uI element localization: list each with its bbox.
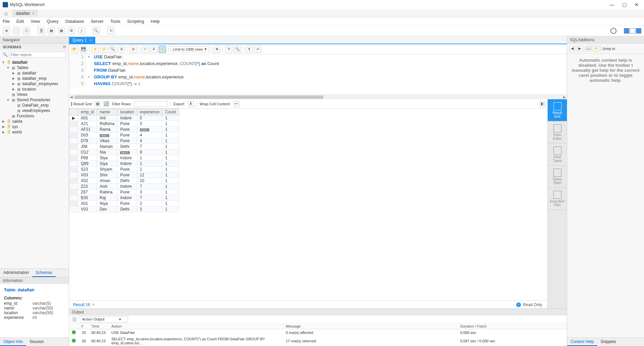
column-header[interactable]: emp_id [78,109,97,115]
tree-functions[interactable]: ▦Functions [0,113,69,119]
tree-db-sakila[interactable]: ▶🗄sakila [0,119,69,124]
results-grid[interactable]: emp_idnamelocationexperienceCount▶A01Art… [69,109,547,300]
commit-icon[interactable]: ✓ [141,46,149,53]
editor-line[interactable]: 2SELECT emp_id,name,location,experience,… [69,61,567,68]
explain-icon[interactable]: 🔍 [109,46,116,53]
toggle-sidebar-button[interactable] [624,28,629,34]
table-row[interactable]: Q89SiyaIndore11 [69,161,179,167]
output-clear-icon[interactable]: 🗋 [72,317,77,322]
tree-table-dataflair_emp[interactable]: ▶▦dataflair_emp [0,76,69,81]
column-header[interactable]: location [117,109,137,115]
tree-tables[interactable]: ▼▦Tables [0,65,69,70]
no-commit-icon[interactable]: ⊗ [129,46,137,53]
beautify-icon[interactable]: ★ [213,46,221,53]
table-row[interactable]: A21RidhimaPune31 [69,121,179,127]
result-tab[interactable]: Result 16 × [71,302,97,308]
grid-icon[interactable]: ▦ [95,101,101,107]
tree-sp-viewEmployees[interactable]: ▦viewEmployees [0,108,69,113]
tree-views[interactable]: ▦Views [0,92,69,97]
refresh-icon[interactable]: ⟳ [63,45,66,49]
toggle-output-button[interactable] [630,28,635,34]
search-icon[interactable]: 🔍 [93,27,100,35]
wrap-icon[interactable]: ↵ [254,46,262,53]
invisible-icon[interactable]: ¶ [246,46,253,53]
column-header[interactable]: experience [137,109,162,115]
query-tab[interactable]: Query 1 × [69,37,95,44]
menu-edit[interactable]: Edit [16,19,24,24]
sql-editor[interactable]: 1•USE DataFlair;2SELECT emp_id,name,loca… [69,54,567,95]
tree-db-sys[interactable]: ▶🗄sys [0,124,69,129]
minimize-button[interactable]: — [609,2,614,7]
output-row[interactable]: 2900:45:23USE DataFlair0 row(s) affected… [69,329,567,336]
filter-objects-input[interactable] [9,52,66,58]
tab-schemas[interactable]: Schemas [32,269,56,277]
table-row[interactable]: Z23AishIndore71 [69,184,179,189]
close-icon[interactable]: × [90,38,92,43]
table-row[interactable]: V03ShivPune121 [69,172,179,178]
tab-administration[interactable]: Administration [0,269,32,277]
panel-icon[interactable]: ◧ [539,101,545,107]
help-icon[interactable]: 📖 [586,46,592,52]
menu-server[interactable]: Server [91,19,103,24]
close-icon[interactable]: × [32,11,35,16]
maximize-button[interactable]: ▢ [622,2,627,7]
table-row[interactable]: D03NULLPune41 [69,132,179,138]
tree-db-world[interactable]: ▶🗄world [0,129,69,135]
stop-icon[interactable]: ⊘ [118,46,125,53]
tree-sp-DataFlair_emp[interactable]: ▦DataFlair_emp [0,103,69,108]
output-type-dropdown[interactable]: Action Output ▾ [80,316,128,323]
connection-tab[interactable]: dataflair × [13,10,38,16]
tree-sp[interactable]: ▼▦Stored Procedures [0,97,69,103]
table-row[interactable]: A01NiyaPune21 [69,201,179,207]
table-row[interactable]: D78VikasPune41 [69,138,179,144]
menu-query[interactable]: Query [47,19,58,24]
tab-object-info[interactable]: Object Info [0,338,26,346]
table-row[interactable]: S23ShyamPune21 [69,167,179,172]
create-schema-icon[interactable]: 🗄 [38,27,45,35]
editor-line[interactable]: 3FROM DataFlair [69,68,567,74]
editor-line[interactable]: 1•USE DataFlair; [69,54,567,61]
menu-file[interactable]: File [3,19,10,24]
tree-table-dataflair[interactable]: ▶▦dataflair [0,70,69,76]
table-row[interactable]: AF21RamaPuneNULL1 [69,127,179,132]
save-icon[interactable]: 💾 [80,46,87,53]
search-icon[interactable]: 🔍 [234,46,241,53]
open-sql-icon[interactable]: 📄 [13,27,20,35]
open-file-icon[interactable]: 📂 [71,46,78,53]
menu-help[interactable]: Help [151,19,160,24]
editor-line[interactable]: 4•GROUP BY emp_id,name,location,experien… [69,74,567,81]
filter-rows-input[interactable] [134,101,168,107]
tree-table-dataflair_employees[interactable]: ▶▦dataflair_employees [0,81,69,86]
rollback-icon[interactable]: ✗ [150,46,157,53]
tree-table-location[interactable]: ▶▦location [0,86,69,92]
create-view-icon[interactable]: ▦ [58,27,65,35]
create-table-icon[interactable]: ▦ [48,27,55,35]
table-row[interactable]: O12NiaNULL91 [69,150,179,155]
nav-back-icon[interactable]: ◀ [569,46,575,52]
toggle-secondary-button[interactable] [636,28,641,34]
export-icon[interactable]: ⬇ [188,101,194,107]
table-row[interactable]: ▶A01ArtiIndore51 [69,115,179,121]
table-row[interactable]: B35RajIndore71 [69,195,179,201]
sidebtn-execution-plan[interactable]: ExecutionPlan [548,188,567,210]
table-row[interactable]: V03DevDelhi31 [69,207,179,212]
filter-toggle-icon[interactable]: 🔃 [103,101,109,107]
reconnect-icon[interactable]: ↻ [107,27,115,35]
column-header[interactable]: Count [162,109,179,115]
tab-snippets[interactable]: Snippets [597,338,620,346]
home-icon[interactable]: ⌂ [3,10,9,17]
table-row[interactable]: P89SiyaIndore11 [69,155,179,161]
table-row[interactable]: Z87RabinaPune31 [69,189,179,195]
jump-to-label[interactable]: Jump to [602,47,615,51]
auto-help-icon[interactable]: ⚡ [593,46,599,52]
table-row[interactable]: X02AmanDelhi101 [69,178,179,184]
horizontal-scrollbar[interactable]: ◀ ▶ [69,95,567,99]
sidebtn-result-grid[interactable]: ResultGrid [548,99,567,121]
menu-scripting[interactable]: Scripting [127,19,144,24]
menu-view[interactable]: View [31,19,40,24]
find-icon[interactable]: ✎ [225,46,232,53]
sidebtn-field-types[interactable]: FieldTypes [548,143,567,166]
sidebtn-form-editor[interactable]: FormEditor [548,121,567,143]
new-sql-tab-icon[interactable]: ⊕ [3,27,10,35]
nav-fwd-icon[interactable]: ▶ [577,46,583,52]
